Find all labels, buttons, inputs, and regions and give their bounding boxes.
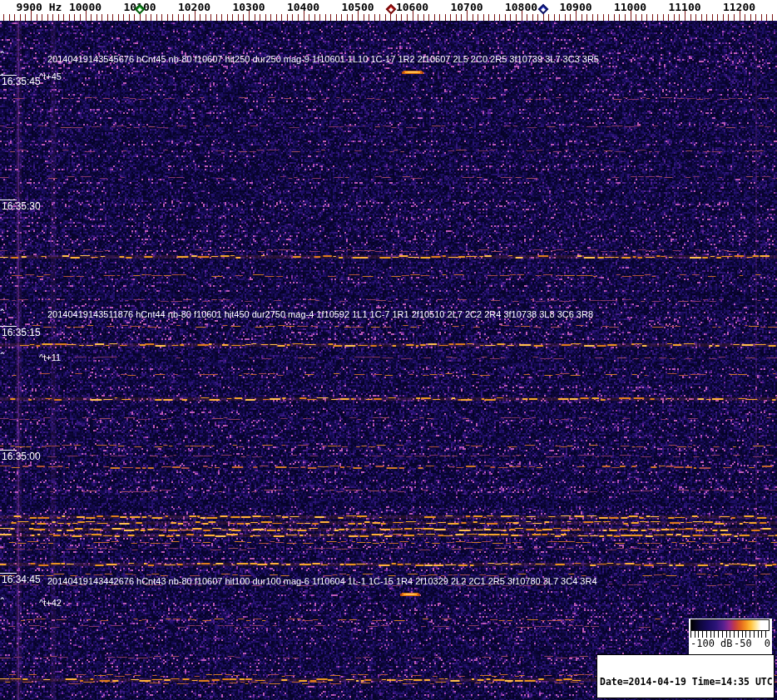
axis-tick — [734, 14, 735, 21]
axis-tick — [309, 14, 309, 21]
axis-tick — [582, 14, 582, 21]
axis-tick — [679, 14, 680, 21]
axis-tick — [772, 14, 773, 21]
legend-label-mid: -50 — [734, 638, 752, 649]
axis-tick — [745, 14, 745, 21]
axis-tick — [396, 14, 397, 21]
axis-tick — [270, 14, 271, 21]
axis-tick — [608, 14, 609, 21]
axis-tick — [478, 14, 478, 21]
axis-tick — [450, 14, 451, 21]
axis-tick — [221, 14, 222, 21]
axis-tick — [276, 14, 277, 21]
axis-tick — [336, 14, 337, 21]
axis-tick — [750, 14, 751, 21]
axis-tick — [232, 14, 233, 21]
axis-tick — [118, 14, 119, 21]
axis-tick — [205, 14, 206, 21]
legend-label-min: -100 dB — [690, 638, 733, 649]
axis-tick — [151, 14, 151, 21]
axis-tick — [712, 14, 713, 21]
axis-tick — [401, 14, 402, 21]
axis-tick — [25, 14, 26, 21]
axis-tick — [674, 14, 675, 21]
axis-tick — [9, 14, 10, 21]
axis-tick — [532, 14, 533, 21]
axis-tick-label: 10800 — [505, 1, 537, 13]
axis-tick — [364, 14, 364, 21]
axis-tick — [505, 14, 506, 21]
axis-tick — [210, 14, 211, 21]
spectrogram-app-window: 9900 Hz100001010010200103001040010500106… — [0, 0, 777, 700]
axis-tick — [123, 14, 124, 21]
axis-tick — [91, 14, 92, 21]
axis-tick — [112, 14, 113, 21]
axis-tick — [314, 14, 315, 21]
axis-tick — [510, 14, 511, 21]
axis-tick — [107, 14, 108, 21]
axis-tick — [407, 14, 408, 21]
axis-tick-label: 10700 — [450, 1, 483, 13]
axis-tick — [63, 14, 64, 21]
axis-tick — [42, 14, 42, 21]
info-date-time: Date=2014-04-19 Time=14:35 UTC — [600, 677, 774, 687]
axis-tick — [494, 14, 495, 21]
spectrogram-waterfall-canvas[interactable] — [0, 21, 777, 700]
axis-tick — [172, 14, 173, 21]
axis-tick — [690, 14, 691, 21]
axis-tick — [178, 14, 179, 21]
axis-tick — [390, 14, 391, 21]
blue-frequency-marker-diamond[interactable] — [537, 4, 548, 15]
axis-tick — [37, 14, 37, 21]
axis-tick-label: 10000 — [69, 1, 101, 13]
axis-tick — [652, 14, 653, 21]
axis-tick — [58, 14, 59, 21]
axis-tick — [766, 14, 767, 21]
axis-tick — [97, 14, 97, 21]
axis-tick — [717, 14, 718, 21]
axis-tick-label: 11100 — [668, 1, 700, 13]
axis-tick — [701, 14, 702, 21]
axis-tick — [161, 14, 162, 21]
axis-tick — [281, 14, 282, 21]
axis-tick — [586, 14, 587, 21]
axis-tick — [614, 14, 615, 21]
axis-tick — [668, 14, 669, 21]
axis-tick — [543, 14, 544, 21]
axis-tick — [255, 14, 255, 21]
axis-tick — [723, 14, 724, 21]
axis-tick — [227, 14, 228, 21]
axis-tick — [570, 14, 571, 21]
axis-tick — [695, 14, 696, 21]
axis-tick — [69, 14, 70, 21]
axis-tick — [499, 14, 500, 21]
axis-tick — [146, 14, 146, 21]
axis-tick — [646, 14, 647, 21]
db-color-legend: -100 dB -50 0 — [689, 619, 772, 654]
red-frequency-marker-diamond[interactable] — [386, 4, 397, 15]
axis-tick — [488, 14, 489, 21]
axis-tick-label: 10200 — [178, 1, 210, 13]
axis-tick — [603, 14, 604, 21]
axis-tick — [597, 14, 598, 21]
axis-tick — [657, 14, 658, 21]
axis-tick — [47, 14, 48, 21]
axis-tick — [456, 14, 457, 21]
axis-tick — [347, 14, 348, 21]
axis-tick — [755, 14, 756, 21]
axis-tick — [52, 14, 53, 21]
axis-tick — [20, 14, 21, 21]
axis-tick — [216, 14, 217, 21]
diamond-core — [541, 7, 546, 12]
axis-tick — [379, 14, 380, 21]
axis-tick — [761, 14, 762, 21]
axis-tick — [129, 14, 130, 21]
frequency-axis: 9900 Hz100001010010200103001040010500106… — [0, 0, 777, 21]
axis-tick — [14, 14, 15, 21]
axis-tick — [325, 14, 326, 21]
axis-tick — [369, 14, 369, 21]
axis-tick — [592, 14, 593, 21]
axis-tick — [619, 14, 620, 21]
axis-tick — [418, 14, 418, 21]
axis-tick — [101, 14, 102, 21]
